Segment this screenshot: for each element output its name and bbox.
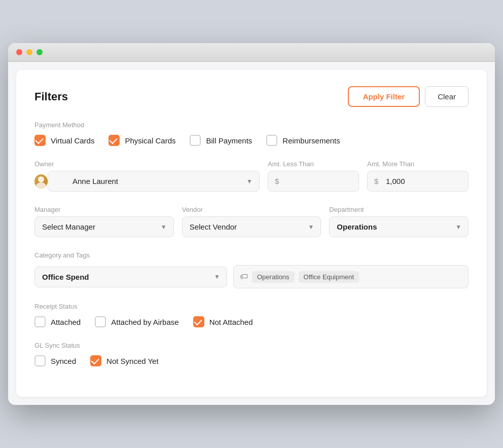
vendor-select-wrapper: Select Vendor ▼ (182, 216, 321, 237)
titlebar (8, 43, 495, 62)
physical-cards-label: Physical Cards (125, 136, 175, 145)
not-attached-label: Not Attached (209, 318, 253, 326)
amt-more-than-field-group: Amt. More Than $ (367, 160, 469, 192)
not-synced-yet-option[interactable]: Not Synced Yet (90, 355, 159, 366)
not-synced-yet-checkbox[interactable] (90, 355, 101, 366)
amt-less-than-input[interactable] (268, 171, 359, 192)
virtual-cards-label: Virtual Cards (51, 136, 94, 145)
physical-cards-option[interactable]: Physical Cards (109, 135, 175, 146)
header-row: Filters Apply Filter Clear (34, 86, 469, 107)
department-select[interactable]: Operations (329, 216, 469, 237)
gl-sync-status-section: GL Sync Status Synced Not Synced Yet (34, 342, 469, 366)
attached-label: Attached (51, 318, 81, 326)
virtual-cards-checkbox[interactable] (34, 135, 46, 146)
tag-operations[interactable]: Operations (252, 271, 295, 283)
manager-select-wrapper: Select Manager ▼ (34, 216, 174, 237)
category-select-inner: Office Spend ▼ (34, 267, 227, 287)
amt-more-than-label: Amt. More Than (367, 160, 469, 168)
manager-vendor-dept-section: Manager Select Manager ▼ Vendor Select V… (34, 206, 469, 237)
owner-amount-row: Owner Anne Laurent ▼ Amt. Less Than $ (34, 160, 469, 192)
maximize-dot[interactable] (37, 49, 43, 55)
tag-icon: 🏷 (240, 272, 248, 281)
filters-panel: Filters Apply Filter Clear Payment Metho… (16, 70, 487, 397)
vendor-select[interactable]: Select Vendor (182, 216, 321, 237)
reimbursements-label: Reimbursements (282, 136, 340, 145)
category-select[interactable]: Office Spend (34, 267, 227, 287)
synced-option[interactable]: Synced (34, 355, 76, 366)
department-field-group: Department Operations ▼ (329, 206, 469, 237)
virtual-cards-option[interactable]: Virtual Cards (34, 135, 94, 146)
amt-less-than-field-group: Amt. Less Than $ (268, 160, 359, 192)
attached-by-airbase-option[interactable]: Attached by Airbase (95, 316, 178, 327)
manager-label: Manager (34, 206, 174, 213)
vendor-field-group: Vendor Select Vendor ▼ (182, 206, 321, 237)
attached-by-airbase-checkbox[interactable] (95, 316, 106, 327)
clear-button[interactable]: Clear (425, 86, 469, 107)
manager-field-group: Manager Select Manager ▼ (34, 206, 174, 237)
amt-more-prefix: $ (374, 177, 378, 185)
synced-checkbox[interactable] (34, 355, 46, 366)
bill-payments-label: Bill Payments (206, 136, 252, 145)
payment-method-label: Payment Method (34, 121, 469, 129)
payment-method-options: Virtual Cards Physical Cards Bill Paymen… (34, 135, 469, 146)
attached-checkbox[interactable] (34, 316, 46, 327)
reimbursements-checkbox[interactable] (266, 135, 277, 146)
receipt-status-section: Receipt Status Attached Attached by Airb… (34, 303, 469, 327)
gl-sync-status-label: GL Sync Status (34, 342, 469, 349)
manager-select[interactable]: Select Manager (34, 216, 174, 237)
manager-vendor-dept-row: Manager Select Manager ▼ Vendor Select V… (34, 206, 469, 237)
tag-office-equipment[interactable]: Office Equipment (299, 271, 359, 283)
payment-method-section: Payment Method Virtual Cards Physical Ca… (34, 121, 469, 146)
page-title: Filters (34, 90, 68, 103)
amt-less-prefix: $ (275, 177, 279, 185)
owner-amount-section: Owner Anne Laurent ▼ Amt. Less Than $ (34, 160, 469, 192)
owner-label: Owner (34, 160, 260, 168)
tags-area: 🏷 Operations Office Equipment (233, 265, 469, 288)
owner-select-wrapper: Anne Laurent ▼ (34, 171, 260, 192)
physical-cards-checkbox[interactable] (109, 135, 120, 146)
vendor-label: Vendor (182, 206, 321, 213)
attached-by-airbase-label: Attached by Airbase (111, 318, 178, 326)
category-select-wrapper: Office Spend ▼ (34, 267, 227, 287)
bill-payments-checkbox[interactable] (190, 135, 201, 146)
receipt-status-options: Attached Attached by Airbase Not Attache… (34, 316, 469, 327)
department-select-wrapper: Operations ▼ (329, 216, 469, 237)
amt-less-than-wrapper: $ (268, 171, 359, 192)
category-tags-label: Category and Tags (34, 251, 469, 259)
owner-field-group: Owner Anne Laurent ▼ (34, 160, 260, 192)
minimize-dot[interactable] (26, 49, 32, 55)
category-tags-section: Category and Tags Office Spend ▼ 🏷 Opera… (34, 251, 469, 288)
owner-select[interactable]: Anne Laurent (48, 171, 260, 192)
amt-more-than-wrapper: $ (367, 171, 469, 192)
attached-option[interactable]: Attached (34, 316, 81, 327)
avatar (34, 174, 48, 189)
not-synced-yet-label: Not Synced Yet (106, 357, 159, 365)
synced-label: Synced (51, 357, 76, 365)
header-buttons: Apply Filter Clear (348, 86, 469, 107)
bill-payments-option[interactable]: Bill Payments (190, 135, 252, 146)
department-label: Department (329, 206, 469, 213)
apply-filter-button[interactable]: Apply Filter (348, 86, 420, 107)
not-attached-option[interactable]: Not Attached (193, 316, 253, 327)
category-tags-row: Office Spend ▼ 🏷 Operations Office Equip… (34, 265, 469, 288)
receipt-status-label: Receipt Status (34, 303, 469, 310)
reimbursements-option[interactable]: Reimbursements (266, 135, 340, 146)
amt-more-than-input[interactable] (367, 171, 469, 192)
gl-sync-status-options: Synced Not Synced Yet (34, 355, 469, 366)
app-window: Filters Apply Filter Clear Payment Metho… (8, 43, 495, 405)
amt-less-than-label: Amt. Less Than (268, 160, 359, 168)
close-dot[interactable] (16, 49, 22, 55)
not-attached-checkbox[interactable] (193, 316, 204, 327)
